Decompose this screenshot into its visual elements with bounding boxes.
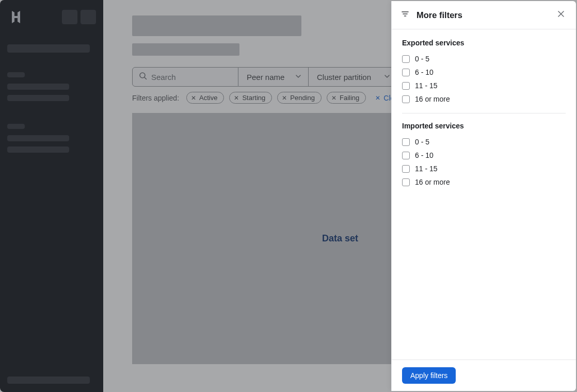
chip-label: Active: [199, 94, 217, 102]
close-icon: ✕: [191, 94, 196, 102]
checkbox-icon: [402, 95, 410, 103]
sidebar-nav-group: [7, 44, 96, 58]
imported-services-title: Imported services: [402, 122, 566, 130]
imported-option-6-10[interactable]: 6 - 10: [402, 149, 566, 162]
checkbox-icon: [402, 55, 410, 63]
checkbox-icon: [402, 82, 410, 90]
close-icon: ✕: [375, 94, 380, 102]
exported-option-11-15[interactable]: 11 - 15: [402, 79, 566, 92]
search-input[interactable]: [151, 73, 232, 81]
checkbox-icon: [402, 138, 410, 146]
option-label: 6 - 10: [415, 68, 434, 76]
filter-chip-failing[interactable]: ✕ Failing: [327, 92, 366, 104]
dropdown-label: Cluster partition: [317, 73, 371, 81]
hashicorp-logo-icon: [7, 8, 25, 26]
svg-line-1: [145, 77, 147, 79]
peer-name-dropdown[interactable]: Peer name: [238, 67, 309, 87]
data-set-label: Data set: [322, 233, 358, 244]
sidebar-header: [7, 8, 96, 26]
exported-services-title: Exported services: [402, 39, 566, 47]
sidebar-footer: [7, 377, 96, 384]
option-label: 0 - 5: [415, 138, 429, 146]
sidebar-header-placeholder: [62, 10, 77, 24]
option-label: 6 - 10: [415, 151, 434, 159]
close-icon: [557, 10, 565, 18]
search-input-wrapper[interactable]: [132, 67, 238, 87]
sidebar: [0, 0, 103, 392]
filter-chip-active[interactable]: ✕ Active: [186, 92, 224, 104]
chip-label: Failing: [340, 94, 359, 102]
page-subtitle-placeholder: [132, 43, 239, 56]
imported-option-16-more[interactable]: 16 or more: [402, 175, 566, 189]
filter-chip-starting[interactable]: ✕ Starting: [229, 92, 272, 104]
option-label: 11 - 15: [415, 81, 438, 90]
option-label: 0 - 5: [415, 55, 429, 63]
chevron-down-icon: [295, 73, 302, 81]
imported-option-11-15[interactable]: 11 - 15: [402, 162, 566, 175]
panel-footer: Apply filters: [392, 360, 576, 391]
sidebar-nav-group: [7, 124, 96, 158]
sidebar-header-placeholder: [81, 10, 96, 24]
search-icon: [139, 72, 147, 82]
filter-chip-pending[interactable]: ✕ Pending: [277, 92, 322, 104]
chevron-down-icon: [383, 73, 391, 81]
checkbox-icon: [402, 152, 410, 159]
option-label: 16 or more: [415, 178, 450, 186]
filter-icon: [401, 10, 409, 20]
chip-label: Starting: [242, 94, 265, 102]
exported-option-16-more[interactable]: 16 or more: [402, 92, 566, 106]
close-icon: ✕: [282, 94, 287, 102]
imported-option-0-5[interactable]: 0 - 5: [402, 135, 566, 149]
panel-header: More filters: [392, 1, 576, 29]
checkbox-icon: [402, 178, 410, 186]
close-panel-button[interactable]: [555, 8, 567, 22]
option-label: 11 - 15: [415, 165, 438, 173]
close-icon: ✕: [234, 94, 239, 102]
page-title-placeholder: [132, 15, 301, 36]
dropdown-label: Peer name: [247, 73, 284, 81]
sidebar-nav-group: [7, 72, 96, 106]
checkbox-icon: [402, 69, 410, 76]
checkbox-icon: [402, 165, 410, 173]
more-filters-panel: More filters Exported services 0 - 5 6 -…: [391, 1, 576, 391]
apply-filters-button[interactable]: Apply filters: [402, 367, 456, 384]
panel-title: More filters: [416, 10, 462, 20]
close-icon: ✕: [331, 94, 336, 102]
chip-label: Pending: [290, 94, 315, 102]
filters-applied-label: Filters applied:: [132, 94, 179, 102]
panel-body: Exported services 0 - 5 6 - 10 11 - 15 1…: [392, 29, 576, 360]
section-divider: [402, 113, 566, 113]
exported-option-0-5[interactable]: 0 - 5: [402, 52, 566, 66]
exported-option-6-10[interactable]: 6 - 10: [402, 66, 566, 79]
cluster-partition-dropdown[interactable]: Cluster partition: [309, 67, 397, 87]
option-label: 16 or more: [415, 95, 450, 103]
